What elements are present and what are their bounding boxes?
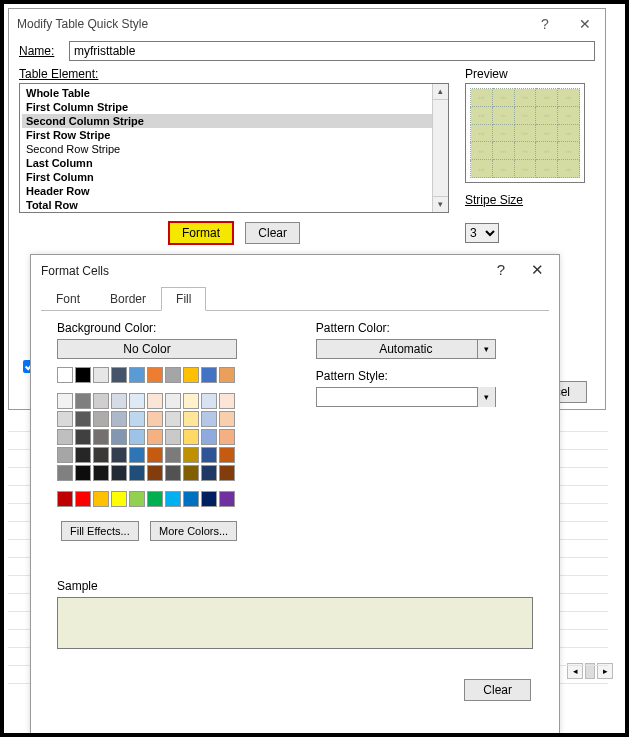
color-swatch[interactable] <box>201 447 217 463</box>
color-swatch[interactable] <box>165 393 181 409</box>
color-swatch[interactable] <box>129 429 145 445</box>
color-swatch[interactable] <box>201 411 217 427</box>
scroll-down-icon[interactable]: ▾ <box>433 196 448 212</box>
color-swatch[interactable] <box>57 411 73 427</box>
close-icon[interactable]: ✕ <box>519 255 555 285</box>
tab-font[interactable]: Font <box>41 287 95 311</box>
color-swatch[interactable] <box>219 429 235 445</box>
color-swatch[interactable] <box>201 465 217 481</box>
color-swatch[interactable] <box>111 465 127 481</box>
color-swatch[interactable] <box>183 491 199 507</box>
color-swatch[interactable] <box>201 491 217 507</box>
color-swatch[interactable] <box>219 491 235 507</box>
color-swatch[interactable] <box>201 429 217 445</box>
color-swatch[interactable] <box>147 465 163 481</box>
color-swatch[interactable] <box>201 367 217 383</box>
scroll-up-icon[interactable]: ▴ <box>433 84 448 100</box>
name-field[interactable] <box>69 41 595 61</box>
color-swatch[interactable] <box>93 491 109 507</box>
color-swatch[interactable] <box>57 429 73 445</box>
color-swatch[interactable] <box>129 465 145 481</box>
pattern-style-dropdown[interactable]: ▾ <box>316 387 496 407</box>
color-swatch[interactable] <box>129 367 145 383</box>
clear-element-button[interactable]: Clear <box>245 222 300 244</box>
clear-fill-button[interactable]: Clear <box>464 679 531 701</box>
color-swatch[interactable] <box>219 367 235 383</box>
list-item[interactable]: Second Row Stripe <box>22 142 446 156</box>
color-swatch[interactable] <box>93 411 109 427</box>
color-swatch[interactable] <box>219 393 235 409</box>
color-swatch[interactable] <box>147 367 163 383</box>
color-swatch[interactable] <box>147 411 163 427</box>
stripe-size-select[interactable]: 3 <box>465 223 499 243</box>
color-swatch[interactable] <box>57 367 73 383</box>
list-item[interactable]: First Column Stripe <box>22 100 446 114</box>
color-swatch[interactable] <box>57 393 73 409</box>
color-swatch[interactable] <box>183 367 199 383</box>
color-swatch[interactable] <box>57 491 73 507</box>
color-swatch[interactable] <box>111 393 127 409</box>
pattern-color-dropdown[interactable]: Automatic ▾ <box>316 339 496 359</box>
color-swatch[interactable] <box>111 447 127 463</box>
list-item[interactable]: Last Column <box>22 156 446 170</box>
tab-border[interactable]: Border <box>95 287 161 311</box>
tab-fill[interactable]: Fill <box>161 287 206 311</box>
list-item[interactable]: Header Row <box>22 184 446 198</box>
color-swatch[interactable] <box>219 447 235 463</box>
color-swatch[interactable] <box>93 447 109 463</box>
color-swatch[interactable] <box>57 447 73 463</box>
color-swatch[interactable] <box>183 447 199 463</box>
no-color-button[interactable]: No Color <box>57 339 237 359</box>
color-swatch[interactable] <box>57 465 73 481</box>
list-item[interactable]: Second Column Stripe <box>22 114 446 128</box>
list-item[interactable]: Total Row <box>22 198 446 212</box>
color-swatch[interactable] <box>93 393 109 409</box>
color-swatch[interactable] <box>93 367 109 383</box>
help-button[interactable]: ? <box>483 255 519 285</box>
color-swatch[interactable] <box>75 367 91 383</box>
color-swatch[interactable] <box>129 411 145 427</box>
format-button[interactable]: Format <box>168 221 234 245</box>
color-swatch[interactable] <box>75 491 91 507</box>
color-swatch[interactable] <box>147 429 163 445</box>
list-item[interactable]: First Column <box>22 170 446 184</box>
color-swatch[interactable] <box>75 411 91 427</box>
color-swatch[interactable] <box>183 393 199 409</box>
color-swatch[interactable] <box>111 429 127 445</box>
color-swatch[interactable] <box>165 465 181 481</box>
more-colors-button[interactable]: More Colors... <box>150 521 237 541</box>
help-button[interactable]: ? <box>525 9 565 39</box>
color-swatch[interactable] <box>165 491 181 507</box>
color-swatch[interactable] <box>165 429 181 445</box>
color-swatch[interactable] <box>93 465 109 481</box>
color-swatch[interactable] <box>75 447 91 463</box>
color-swatch[interactable] <box>201 393 217 409</box>
color-swatch[interactable] <box>111 411 127 427</box>
color-swatch[interactable] <box>165 367 181 383</box>
color-swatch[interactable] <box>183 429 199 445</box>
color-swatch[interactable] <box>219 411 235 427</box>
close-icon[interactable]: ✕ <box>565 9 605 39</box>
fill-effects-button[interactable]: Fill Effects... <box>61 521 139 541</box>
color-swatch[interactable] <box>75 393 91 409</box>
color-swatch[interactable] <box>147 491 163 507</box>
color-swatch[interactable] <box>165 411 181 427</box>
color-swatch[interactable] <box>111 367 127 383</box>
color-swatch[interactable] <box>129 447 145 463</box>
color-swatch[interactable] <box>129 491 145 507</box>
list-item[interactable]: Whole Table <box>22 86 446 100</box>
color-swatch[interactable] <box>147 393 163 409</box>
color-swatch[interactable] <box>111 491 127 507</box>
list-item[interactable]: First Row Stripe <box>22 128 446 142</box>
color-swatch[interactable] <box>93 429 109 445</box>
color-swatch[interactable] <box>75 465 91 481</box>
color-swatch[interactable] <box>219 465 235 481</box>
color-swatch[interactable] <box>183 465 199 481</box>
color-swatch[interactable] <box>75 429 91 445</box>
scrollbar[interactable]: ▴ ▾ <box>432 84 448 212</box>
color-swatch[interactable] <box>165 447 181 463</box>
table-element-listbox[interactable]: Whole TableFirst Column StripeSecond Col… <box>19 83 449 213</box>
color-swatch[interactable] <box>147 447 163 463</box>
color-swatch[interactable] <box>129 393 145 409</box>
color-swatch[interactable] <box>183 411 199 427</box>
